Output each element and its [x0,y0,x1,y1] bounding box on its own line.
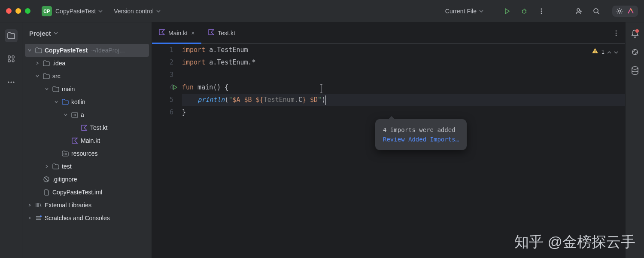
structure-tool-button[interactable] [5,52,18,65]
tree-node-gitignore[interactable]: .gitignore [25,173,149,186]
gear-icon [616,7,623,15]
code-editor[interactable]: 1 2 3 4 5 6 import a.TestEnum import a.T… [152,44,625,119]
folder-icon [35,47,43,53]
close-tab-button[interactable]: × [191,30,194,37]
folder-icon [52,86,60,92]
node-label: CopyPasteTest.iml [52,189,102,196]
project-panel-header[interactable]: Project [22,22,152,44]
window-controls [6,8,30,14]
tab-options-button[interactable] [611,28,621,38]
svg-point-0 [522,10,526,13]
svg-point-2 [541,10,542,12]
notifications-button[interactable] [631,29,639,39]
tree-node-package-a[interactable]: a [25,108,149,121]
svg-point-12 [10,81,12,83]
node-label: kotlin [71,98,85,105]
folder-icon [52,163,60,169]
svg-point-15 [632,67,638,69]
ide-settings-group[interactable] [612,6,638,17]
svg-point-14 [632,49,638,55]
search-button[interactable] [592,6,601,16]
tree-root[interactable]: CopyPasteTest ~/IdeaProj… [25,44,149,57]
tree-node-main[interactable]: main [25,83,149,95]
run-button[interactable] [502,6,512,16]
tab-test-kt[interactable]: Test.kt [201,22,242,43]
svg-point-11 [8,81,9,83]
tree-node-src[interactable]: src [25,70,149,83]
node-label: Test.kt [90,124,107,131]
node-label: .gitignore [52,176,77,183]
line-number: 1 [152,44,173,56]
notification-dot [635,29,639,33]
code-with-me-button[interactable] [574,6,584,16]
titlebar: CP CopyPasteTest Version control Current… [0,0,644,22]
node-label: External Libraries [45,202,91,209]
left-toolwindow-bar [0,22,22,258]
line-number: 6 [152,106,173,119]
chevron-down-icon [54,32,58,34]
imports-tooltip: 4 imports were added Review Added Import… [375,119,467,150]
svg-point-5 [594,9,598,13]
svg-point-4 [577,9,580,11]
tree-node-external-libs[interactable]: External Libraries [25,199,149,212]
gitignore-icon [43,176,50,182]
node-label: Main.kt [81,137,100,144]
code-lines: import a.TestEnum import a.TestEnum.* fu… [182,44,625,119]
chevron-down-icon [156,10,161,12]
warning-icon [592,46,598,58]
project-icon: CP [42,6,52,16]
database-button[interactable] [631,66,639,76]
tree-node-idea[interactable]: .idea [25,57,149,70]
node-label: src [52,73,61,80]
run-gutter-icon[interactable] [173,82,178,94]
minimize-window-button[interactable] [15,8,21,14]
tab-label: Main.kt [168,30,188,37]
project-panel: Project CopyPasteTest ~/IdeaProj… .idea … [22,22,152,258]
tree-node-test[interactable]: test [25,160,149,173]
tree-node-scratches[interactable]: Scratches and Consoles [25,212,149,224]
ai-icon [627,7,635,15]
line-number: 2 [152,56,173,69]
tree-node-iml[interactable]: CopyPasteTest.iml [25,186,149,199]
tree-node-resources[interactable]: resources [25,147,149,160]
review-imports-link[interactable]: Review Added Imports… [383,135,459,144]
tab-main-kt[interactable]: Main.kt × [152,22,201,43]
line-number: 5 [152,94,173,106]
kotlin-file-icon [71,138,79,144]
close-window-button[interactable] [6,8,12,14]
svg-point-22 [616,34,617,36]
node-label: test [62,163,72,170]
tree-node-kotlin[interactable]: kotlin [25,95,149,108]
svg-point-1 [541,8,542,9]
vcs-dropdown[interactable]: Version control [114,8,161,15]
right-toolwindow-bar [625,22,644,258]
svg-point-13 [13,81,14,83]
debug-button[interactable] [519,6,529,16]
line-number: 3 [152,69,173,81]
project-dropdown[interactable]: CopyPasteTest [55,8,103,15]
more-actions-button[interactable] [537,6,546,16]
text-cursor-icon [319,84,320,93]
ai-assistant-button[interactable] [631,48,639,58]
project-tool-button[interactable] [5,29,18,42]
chevron-down-icon[interactable] [614,46,618,58]
svg-point-21 [616,32,617,34]
tree-node-main-kt[interactable]: Main.kt [25,134,149,147]
kotlin-file-icon [208,29,214,37]
inspection-widget[interactable]: 1 [592,46,618,58]
vcs-label: Version control [114,8,154,15]
svg-rect-9 [8,60,10,62]
svg-point-6 [619,10,621,12]
maximize-window-button[interactable] [25,8,30,14]
node-label: a [81,111,84,118]
run-config-dropdown[interactable]: Current File [445,8,483,15]
editor-area: Main.kt × Test.kt 1 2 3 4 5 6 import a.T… [152,22,625,258]
more-tool-button[interactable] [5,76,18,89]
library-icon [35,202,43,208]
folder-icon [43,73,50,79]
chevron-up-icon[interactable] [607,46,611,58]
file-icon [43,189,50,196]
tree-node-test-kt[interactable]: Test.kt [25,121,149,134]
package-icon [71,112,79,118]
svg-point-3 [541,12,542,14]
